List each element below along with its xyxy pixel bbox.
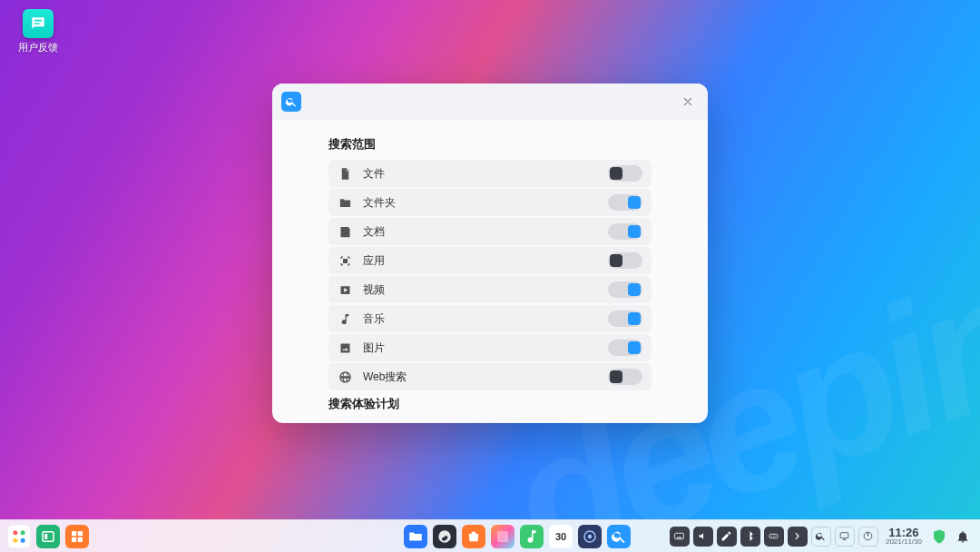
close-button[interactable] (677, 91, 699, 113)
desktop-icon-feedback[interactable]: 用户反馈 (16, 9, 60, 54)
svg-rect-14 (677, 537, 681, 538)
toggle-file[interactable] (608, 165, 642, 182)
svg-point-17 (773, 536, 774, 537)
panel-body: 搜索范围 文件 文件夹 文档 应用 视频 音乐 (272, 120, 708, 423)
feedback-icon (23, 9, 54, 38)
svg-point-16 (771, 536, 772, 537)
tray-search[interactable] (811, 527, 831, 547)
svg-rect-9 (78, 537, 83, 541)
dock-album[interactable] (491, 525, 514, 548)
scope-label: 应用 (363, 253, 608, 269)
svg-point-3 (21, 537, 25, 542)
scope-label: Web搜索 (363, 370, 608, 385)
scope-label: 文件 (363, 166, 608, 182)
tray-security-icon[interactable] (929, 527, 949, 547)
scope-row-file: 文件 (328, 160, 652, 187)
launcher-button[interactable] (7, 525, 31, 548)
search-settings-panel: 搜索范围 文件 文件夹 文档 应用 视频 音乐 (272, 84, 708, 423)
tray-clock[interactable]: 11:26 2021/11/30 (882, 527, 926, 546)
tray-desktop[interactable] (835, 527, 855, 547)
tray-volume[interactable] (693, 527, 713, 547)
svg-rect-10 (497, 531, 508, 542)
svg-rect-8 (72, 537, 76, 541)
svg-point-0 (13, 530, 17, 535)
dock-calendar[interactable]: 30 (549, 525, 573, 548)
tray-expand[interactable] (788, 527, 808, 547)
scope-row-video: 视频 (328, 276, 652, 303)
scope-row-document: 文档 (328, 218, 652, 245)
picture-icon (338, 340, 352, 355)
tray-keyboard[interactable] (670, 527, 690, 547)
video-icon (338, 282, 352, 297)
folder-icon (338, 195, 352, 210)
svg-rect-20 (843, 539, 846, 540)
tray-bluetooth[interactable] (740, 527, 760, 547)
svg-point-18 (776, 536, 777, 537)
desktop-icon-label: 用户反馈 (18, 42, 58, 54)
clock-date: 2021/11/30 (886, 538, 922, 546)
svg-point-1 (21, 530, 25, 535)
scope-label: 文档 (363, 224, 608, 240)
section-title-experience: 搜索体验计划 (328, 396, 652, 412)
toggle-picture[interactable] (608, 340, 642, 356)
app-icon (338, 253, 352, 268)
svg-rect-22 (867, 533, 868, 537)
scope-row-folder: 文件夹 (328, 189, 652, 216)
toggle-document[interactable] (608, 223, 642, 240)
svg-rect-4 (43, 531, 54, 541)
svg-rect-6 (72, 531, 76, 536)
tray-network[interactable] (764, 527, 784, 547)
toggle-folder[interactable] (608, 194, 642, 211)
search-app-icon (281, 92, 301, 112)
tray-pen[interactable] (717, 527, 737, 547)
dock-control-center[interactable] (578, 525, 602, 548)
scope-label: 视频 (363, 282, 608, 298)
svg-rect-5 (44, 534, 47, 539)
svg-rect-13 (675, 533, 684, 539)
file-icon (338, 166, 352, 181)
calendar-day: 30 (555, 531, 566, 542)
toggle-app[interactable] (608, 252, 642, 269)
toggle-video[interactable] (608, 281, 642, 298)
svg-point-2 (13, 537, 17, 542)
svg-rect-19 (841, 533, 849, 538)
dock-browser[interactable] (433, 525, 456, 548)
dock: 30 11:26 2021/11/30 (0, 519, 980, 552)
web-icon (338, 370, 352, 384)
scope-label: 音乐 (363, 311, 608, 327)
dock-music[interactable] (520, 525, 544, 548)
dock-file-manager[interactable] (404, 525, 427, 548)
svg-rect-7 (78, 531, 83, 536)
scope-row-music: 音乐 (328, 305, 652, 332)
panel-titlebar (272, 84, 708, 120)
tray-notifications[interactable] (953, 527, 973, 547)
dock-grand-search[interactable] (607, 525, 631, 548)
scope-row-websearch: Web搜索 (328, 363, 652, 390)
scope-row-app: 应用 (328, 247, 652, 274)
dock-app-store[interactable] (462, 525, 485, 548)
section-title-scope: 搜索范围 (328, 136, 652, 153)
toggle-music[interactable] (608, 310, 642, 327)
svg-point-12 (588, 534, 593, 538)
scope-row-picture: 图片 (328, 334, 652, 361)
music-icon (338, 311, 352, 326)
toggle-websearch[interactable] (608, 369, 642, 385)
tray-power[interactable] (858, 527, 878, 547)
scope-label: 文件夹 (363, 195, 608, 211)
dock-app-1[interactable] (65, 525, 89, 548)
multitask-button[interactable] (36, 525, 60, 548)
document-icon (338, 224, 352, 239)
scope-label: 图片 (363, 340, 608, 356)
